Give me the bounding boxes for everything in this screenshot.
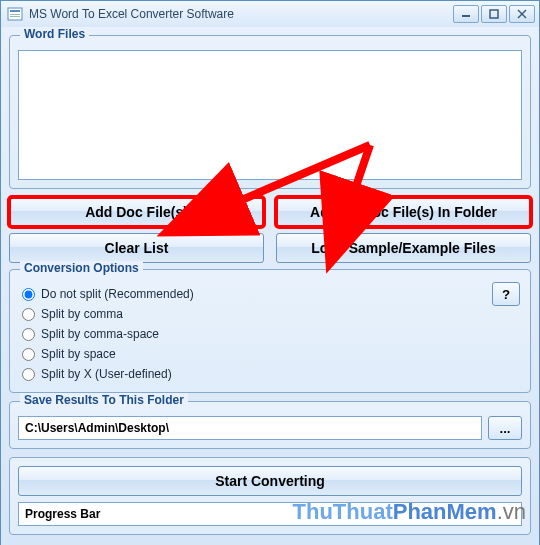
application-window: MS Word To Excel Converter Software Word… xyxy=(0,0,540,545)
option-label: Split by comma xyxy=(41,307,123,321)
add-all-doc-files-in-folder-button[interactable]: Add All Doc File(s) In Folder xyxy=(276,197,531,227)
option-label: Split by comma-space xyxy=(41,327,159,341)
option-label: Split by space xyxy=(41,347,116,361)
app-icon xyxy=(7,6,23,22)
help-button[interactable]: ? xyxy=(492,282,520,306)
conversion-options-legend: Conversion Options xyxy=(20,261,143,275)
start-group: Start Converting Progress Bar xyxy=(9,457,531,535)
option-label: Do not split (Recommended) xyxy=(41,287,194,301)
start-converting-button[interactable]: Start Converting xyxy=(18,466,522,496)
svg-rect-1 xyxy=(10,10,20,12)
svg-rect-2 xyxy=(10,14,20,15)
word-files-legend: Word Files xyxy=(20,27,89,41)
option-split-comma[interactable]: Split by comma xyxy=(18,304,522,324)
window-title: MS Word To Excel Converter Software xyxy=(29,7,234,21)
client-area: Word Files Add Doc File(s) Add All Doc F… xyxy=(1,27,539,545)
radio-split-space[interactable] xyxy=(22,348,35,361)
minimize-button[interactable] xyxy=(453,5,479,23)
save-results-group: Save Results To This Folder ... xyxy=(9,401,531,449)
close-button[interactable] xyxy=(509,5,535,23)
window-controls xyxy=(453,5,535,23)
option-split-space[interactable]: Split by space xyxy=(18,344,522,364)
radio-split-comma-space[interactable] xyxy=(22,328,35,341)
file-listbox[interactable] xyxy=(18,50,522,180)
save-results-legend: Save Results To This Folder xyxy=(20,393,188,407)
progress-label: Progress Bar xyxy=(25,507,100,521)
conversion-options-group: Conversion Options ? Do not split (Recom… xyxy=(9,269,531,393)
maximize-button[interactable] xyxy=(481,5,507,23)
add-doc-files-button[interactable]: Add Doc File(s) xyxy=(9,197,264,227)
option-do-not-split[interactable]: Do not split (Recommended) xyxy=(18,284,522,304)
clear-list-button[interactable]: Clear List xyxy=(9,233,264,263)
progress-bar: Progress Bar xyxy=(18,502,522,526)
add-buttons-row: Add Doc File(s) Add All Doc File(s) In F… xyxy=(9,197,531,227)
svg-rect-5 xyxy=(490,10,498,18)
radio-split-comma[interactable] xyxy=(22,308,35,321)
clear-load-row: Clear List Load Sample/Example Files xyxy=(9,233,531,263)
titlebar-left: MS Word To Excel Converter Software xyxy=(7,6,234,22)
titlebar: MS Word To Excel Converter Software xyxy=(1,1,539,27)
option-split-comma-space[interactable]: Split by comma-space xyxy=(18,324,522,344)
browse-folder-button[interactable]: ... xyxy=(488,416,522,440)
save-path-input[interactable] xyxy=(18,416,482,440)
svg-rect-3 xyxy=(10,16,20,17)
radio-split-user-defined[interactable] xyxy=(22,368,35,381)
option-label: Split by X (User-defined) xyxy=(41,367,172,381)
path-row: ... xyxy=(18,416,522,440)
word-files-group: Word Files xyxy=(9,35,531,189)
radio-do-not-split[interactable] xyxy=(22,288,35,301)
load-sample-button[interactable]: Load Sample/Example Files xyxy=(276,233,531,263)
option-split-user-defined[interactable]: Split by X (User-defined) xyxy=(18,364,522,384)
